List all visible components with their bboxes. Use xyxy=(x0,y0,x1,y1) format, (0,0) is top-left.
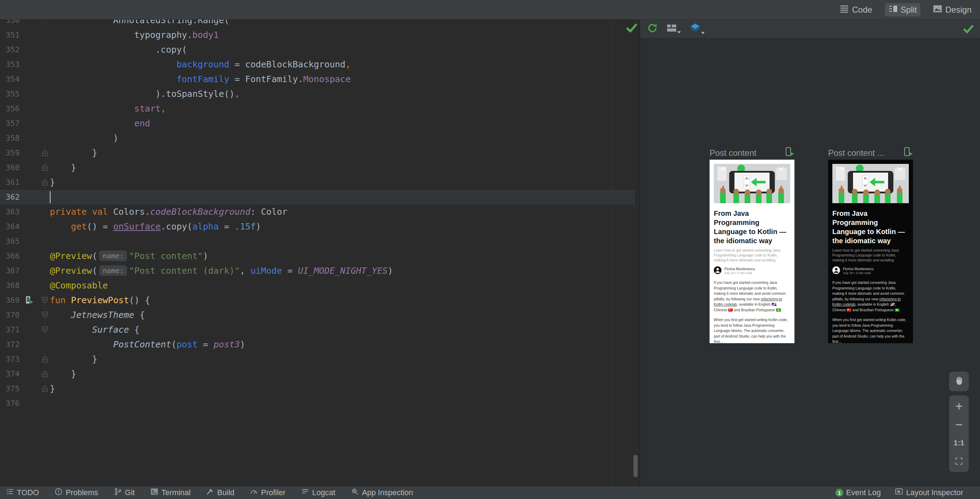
code-line-357[interactable]: 357 end xyxy=(0,116,635,131)
code-line-376[interactable]: 376 xyxy=(0,396,635,411)
line-number[interactable]: 359 xyxy=(0,146,20,160)
compose-preview-light[interactable]: From Java Programming Language to Kotlin… xyxy=(710,159,794,343)
code-line-359[interactable]: 359 } xyxy=(0,146,635,160)
run-on-device-icon[interactable] xyxy=(784,147,794,159)
toolwindow-button-build[interactable]: Build xyxy=(206,488,234,498)
editor-mode-tab-split[interactable]: Split xyxy=(885,3,921,16)
layers-button[interactable] xyxy=(690,23,705,34)
line-number[interactable]: 367 xyxy=(0,263,20,278)
line-number[interactable]: 366 xyxy=(0,249,20,263)
code-line-363[interactable]: 363private val Colors.codeBlockBackgroun… xyxy=(0,204,635,219)
code-line-362[interactable]: 362 xyxy=(0,190,635,204)
toolwindow-button-git[interactable]: Git xyxy=(114,488,135,498)
compose-preview-dark[interactable]: From Java Programming Language to Kotlin… xyxy=(828,159,913,343)
toolwindow-button-event-log[interactable]: 1Event Log xyxy=(835,488,881,497)
post-subtitle: Learn how to get started converting Java… xyxy=(714,248,790,263)
fold-marker-icon[interactable] xyxy=(42,371,48,379)
code-line-352[interactable]: 352 .copy( xyxy=(0,43,635,57)
line-number[interactable]: 352 xyxy=(0,43,20,57)
code-line-350[interactable]: 350 AnnotatedString.Range( xyxy=(0,20,635,28)
run-preview-icon[interactable] xyxy=(25,295,34,307)
code-text: start, xyxy=(50,101,166,116)
code-line-370[interactable]: 370 JetnewsTheme { xyxy=(0,308,635,322)
line-number[interactable]: 361 xyxy=(0,175,20,190)
fold-marker-icon[interactable] xyxy=(42,297,48,305)
toolwindow-button-todo[interactable]: TODO xyxy=(6,488,39,498)
line-number[interactable]: 374 xyxy=(0,367,20,381)
code-line-374[interactable]: 374 } xyxy=(0,367,635,381)
split-mode-icon xyxy=(888,5,897,15)
layout-variants-button[interactable] xyxy=(667,24,681,34)
code-editor[interactable]: 350 AnnotatedString.Range(351 typography… xyxy=(0,20,640,486)
line-number[interactable]: 360 xyxy=(0,160,20,175)
line-number[interactable]: 371 xyxy=(0,322,20,337)
code-line-369[interactable]: 369fun PreviewPost() { xyxy=(0,293,635,308)
line-number[interactable]: 353 xyxy=(0,57,20,72)
preview-name[interactable]: Post content ... xyxy=(828,148,884,158)
fold-marker-icon[interactable] xyxy=(42,385,48,393)
inspections-ok-icon[interactable] xyxy=(626,23,637,34)
code-line-368[interactable]: 368@Composable xyxy=(0,278,635,293)
line-number[interactable]: 358 xyxy=(0,131,20,146)
pan-button[interactable] xyxy=(949,371,969,391)
line-number[interactable]: 355 xyxy=(0,87,20,101)
refresh-button[interactable] xyxy=(647,23,658,35)
code-line-361[interactable]: 361} xyxy=(0,175,635,190)
preview-name[interactable]: Post content xyxy=(710,148,756,158)
line-number[interactable]: 354 xyxy=(0,72,20,87)
code-line-354[interactable]: 354 fontFamily = FontFamily.Monospace xyxy=(0,72,635,87)
code-line-366[interactable]: 366@Preview(name:"Post content") xyxy=(0,249,635,263)
fold-marker-icon[interactable] xyxy=(42,312,48,320)
editor-mode-tab-code[interactable]: Code xyxy=(836,3,875,16)
code-line-353[interactable]: 353 background = codeBlockBackground, xyxy=(0,57,635,72)
code-line-367[interactable]: 367@Preview(name:"Post content (dark)", … xyxy=(0,263,635,278)
code-line-358[interactable]: 358 ) xyxy=(0,131,635,146)
code-line-351[interactable]: 351 typography.body1 xyxy=(0,28,635,43)
fold-marker-icon[interactable] xyxy=(42,150,48,158)
line-number[interactable]: 372 xyxy=(0,337,20,352)
code-line-355[interactable]: 355 ).toSpanStyle(), xyxy=(0,87,635,101)
line-number[interactable]: 369 xyxy=(0,293,20,308)
git-icon xyxy=(114,488,122,498)
line-number[interactable]: 376 xyxy=(0,396,20,411)
code-text: end xyxy=(50,116,150,131)
toolwindow-button-problems[interactable]: Problems xyxy=(54,488,98,498)
line-number[interactable]: 350 xyxy=(0,20,20,28)
fold-marker-icon[interactable] xyxy=(42,179,48,187)
line-number[interactable]: 363 xyxy=(0,204,20,219)
line-number[interactable]: 351 xyxy=(0,28,20,43)
code-line-375[interactable]: 375} xyxy=(0,381,635,396)
editor-scrollbar-thumb[interactable] xyxy=(633,455,638,477)
zoom-out-button[interactable]: − xyxy=(949,416,969,434)
preview-canvas[interactable]: Post content From Java Programming Langu… xyxy=(640,38,980,486)
fold-marker-icon[interactable] xyxy=(42,356,48,364)
line-number[interactable]: 368 xyxy=(0,278,20,293)
toolwindow-button-layout-inspector[interactable]: Layout Inspector xyxy=(895,488,963,498)
line-number[interactable]: 370 xyxy=(0,308,20,322)
editor-mode-tab-design[interactable]: Design xyxy=(929,3,975,16)
zoom-actual-size-button[interactable]: 1:1 xyxy=(949,434,969,452)
run-on-device-icon[interactable] xyxy=(903,147,913,159)
line-number[interactable]: 357 xyxy=(0,116,20,131)
code-line-373[interactable]: 373 } xyxy=(0,352,635,367)
line-number[interactable]: 356 xyxy=(0,101,20,116)
fold-marker-icon[interactable] xyxy=(42,164,48,172)
fold-marker-icon[interactable] xyxy=(42,326,48,335)
toolwindow-button-profiler[interactable]: Profiler xyxy=(250,488,285,498)
line-number[interactable]: 365 xyxy=(0,234,20,249)
toolwindow-button-app-inspection[interactable]: App Inspection xyxy=(351,488,413,498)
code-line-364[interactable]: 364 get() = onSurface.copy(alpha = .15f) xyxy=(0,219,635,234)
line-number[interactable]: 364 xyxy=(0,219,20,234)
line-number[interactable]: 375 xyxy=(0,381,20,396)
code-line-360[interactable]: 360 } xyxy=(0,160,635,175)
toolwindow-button-logcat[interactable]: Logcat xyxy=(301,488,335,498)
line-number[interactable]: 362 xyxy=(0,190,20,204)
code-line-365[interactable]: 365 xyxy=(0,234,635,249)
zoom-in-button[interactable]: + xyxy=(949,398,969,415)
code-line-372[interactable]: 372 PostContent(post = post3) xyxy=(0,337,635,352)
zoom-to-fit-button[interactable] xyxy=(949,452,969,470)
toolwindow-button-terminal[interactable]: Terminal xyxy=(150,488,191,498)
line-number[interactable]: 373 xyxy=(0,352,20,367)
code-line-356[interactable]: 356 start, xyxy=(0,101,635,116)
code-line-371[interactable]: 371 Surface { xyxy=(0,322,635,337)
